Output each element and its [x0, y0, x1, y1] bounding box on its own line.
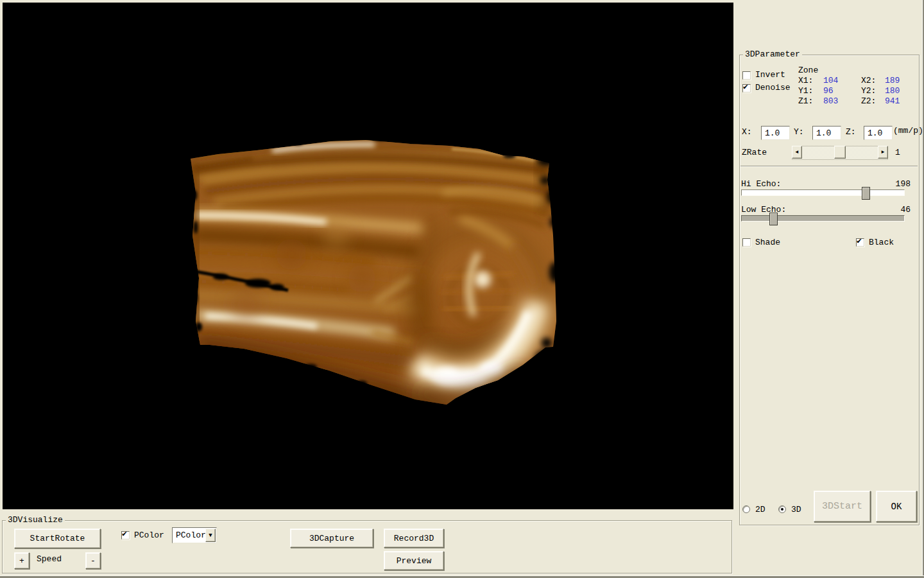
check-icon: ✔ — [857, 237, 862, 245]
pcolor-select[interactable]: PColor ▼ — [172, 527, 217, 543]
hi-echo-slider[interactable] — [741, 186, 905, 200]
zone-x2-value: 189 — [885, 76, 900, 85]
arrow-left-icon: ◄ — [796, 150, 799, 155]
parameter-group-title: 3DParameter — [743, 50, 802, 59]
denoise-checkbox[interactable]: ✔ — [742, 84, 751, 92]
volume-render — [3, 3, 733, 509]
app-window: { "window": { "bg_color": "#ece9d8", "vi… — [0, 0, 924, 578]
low-echo-track[interactable] — [741, 215, 905, 222]
invert-label: Invert — [755, 71, 785, 80]
zone-y1-value: 96 — [823, 87, 834, 96]
check-icon: ✔ — [743, 83, 748, 91]
invert-checkbox[interactable]: ✔ — [742, 71, 751, 80]
zone-x1-value: 104 — [823, 76, 838, 85]
scale-unit-label: (mm/p) — [893, 127, 923, 136]
mode-3d-radio[interactable] — [778, 505, 786, 513]
zrate-scroll-left-button[interactable]: ◄ — [792, 146, 802, 159]
speed-plus-button[interactable]: + — [14, 552, 30, 569]
start3d-button[interactable]: 3DStart — [814, 491, 871, 522]
zrate-scrollbar[interactable]: ◄ ► — [792, 146, 888, 160]
arrow-right-icon: ► — [882, 150, 885, 155]
hi-echo-thumb[interactable] — [862, 187, 870, 200]
pcolor-label: PColor — [134, 531, 164, 540]
zone-z2-value: 941 — [885, 97, 900, 106]
start-rotate-button[interactable]: StartRotate — [14, 529, 101, 548]
zone-x1-label: X1: — [798, 76, 813, 85]
black-label: Black — [869, 238, 894, 247]
visualize-group-title: 3DVisualize — [6, 516, 65, 525]
zrate-scroll-thumb[interactable] — [834, 146, 846, 159]
render-viewport[interactable] — [3, 3, 733, 509]
pcolor-checkbox[interactable]: ✔ — [121, 531, 130, 539]
separator — [740, 166, 918, 167]
zone-label: Zone — [798, 66, 818, 75]
zone-y1-label: Y1: — [798, 87, 813, 96]
denoise-label: Denoise — [755, 83, 791, 92]
low-echo-slider[interactable] — [741, 212, 905, 226]
scale-x-input[interactable]: 1.0 — [761, 126, 790, 140]
zrate-scroll-right-button[interactable]: ► — [878, 146, 888, 159]
zrate-label: ZRate — [742, 148, 767, 157]
zone-y2-value: 180 — [885, 87, 900, 96]
scale-y-input[interactable]: 1.0 — [812, 126, 841, 140]
mode-2d-label: 2D — [755, 505, 766, 514]
speed-minus-button[interactable]: - — [85, 552, 101, 569]
scale-x-label: X: — [742, 128, 752, 137]
zone-z1-label: Z1: — [798, 97, 813, 106]
record-button[interactable]: Record3D — [384, 529, 444, 548]
zone-y2-label: Y2: — [861, 87, 876, 96]
zone-x2-label: X2: — [861, 76, 876, 85]
preview-button[interactable]: Preview — [384, 551, 444, 570]
scale-z-label: Z: — [846, 128, 856, 137]
scale-z-input[interactable]: 1.0 — [864, 126, 893, 140]
scale-y-label: Y: — [794, 128, 804, 137]
pcolor-select-dropdown-button[interactable]: ▼ — [205, 529, 216, 542]
speed-label: Speed — [37, 555, 62, 564]
zrate-value: 1 — [895, 148, 900, 157]
ok-button[interactable]: OK — [876, 491, 917, 522]
capture-button[interactable]: 3DCapture — [290, 529, 373, 548]
shade-label: Shade — [755, 238, 780, 247]
zone-z2-label: Z2: — [861, 97, 876, 106]
zone-z1-value: 803 — [823, 97, 838, 106]
mode-2d-radio[interactable] — [742, 505, 750, 513]
black-checkbox[interactable]: ✔ — [856, 238, 864, 247]
window-bottom-edge — [0, 575, 924, 578]
arrow-down-icon: ▼ — [209, 532, 212, 539]
mode-3d-label: 3D — [791, 505, 801, 514]
parameter-groupbox: 3DParameter — [739, 55, 920, 525]
check-icon: ✔ — [122, 530, 127, 538]
pcolor-select-value: PColor — [176, 530, 206, 540]
low-echo-thumb[interactable] — [769, 213, 778, 225]
hi-echo-track[interactable] — [741, 189, 905, 196]
shade-checkbox[interactable]: ✔ — [742, 238, 751, 247]
